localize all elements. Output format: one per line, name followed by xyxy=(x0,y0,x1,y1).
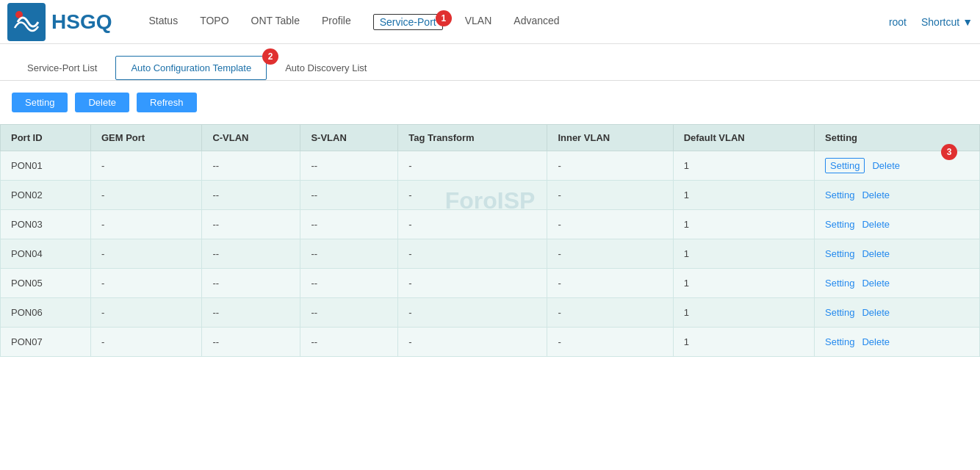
col-tag-transform: Tag Transform xyxy=(398,125,547,151)
toolbar: Setting Delete Refresh xyxy=(0,81,980,124)
cell-port-id: PON01 xyxy=(1,151,91,181)
cell-inner-vlan: - xyxy=(547,328,673,357)
nav-status[interactable]: Status xyxy=(148,15,178,29)
cell-port-id: PON07 xyxy=(1,328,91,357)
cell-c-vlan: -- xyxy=(202,269,300,298)
tab-auto-config-container: Auto Configuration Template 2 xyxy=(115,56,270,80)
nav-ont-table[interactable]: ONT Table xyxy=(251,15,300,29)
cell-tag-transform: - xyxy=(398,181,547,210)
cell-port-id: PON04 xyxy=(1,239,91,269)
cell-inner-vlan: - xyxy=(547,298,673,328)
main-table-container: Port ID GEM Port C-VLAN S-VLAN Tag Trans… xyxy=(0,124,980,357)
cell-default-vlan: 1 xyxy=(673,210,814,239)
cell-tag-transform: - xyxy=(398,298,547,328)
row-delete-link[interactable]: Delete xyxy=(862,336,890,347)
row-delete-link[interactable]: Delete xyxy=(862,219,890,230)
cell-gem-port: - xyxy=(90,298,201,328)
cell-gem-port: - xyxy=(90,269,201,298)
row-setting-link[interactable]: Setting xyxy=(825,219,854,230)
table-row: PON06-------1SettingDelete xyxy=(1,298,980,328)
nav-profile[interactable]: Profile xyxy=(322,15,351,29)
logo: HSGQ xyxy=(7,3,112,41)
cell-port-id: PON03 xyxy=(1,210,91,239)
cell-s-vlan: -- xyxy=(300,298,398,328)
logo-icon xyxy=(7,3,46,41)
cell-c-vlan: -- xyxy=(202,298,300,328)
tab-auto-discovery-list[interactable]: Auto Discovery List xyxy=(270,56,382,80)
header: HSGQ Status TOPO ONT Table Profile Servi… xyxy=(0,0,980,44)
main-nav: Status TOPO ONT Table Profile Service-Po… xyxy=(148,15,888,29)
cell-c-vlan: -- xyxy=(202,181,300,210)
cell-default-vlan: 1 xyxy=(673,298,814,328)
shortcut-label: Shortcut xyxy=(921,16,959,28)
cell-gem-port: - xyxy=(90,181,201,210)
row-delete-link[interactable]: Delete xyxy=(872,160,900,171)
tab-service-port-list[interactable]: Service-Port List xyxy=(12,56,112,80)
table-row: PON04-------1SettingDelete xyxy=(1,239,980,269)
row-setting-link[interactable]: Setting xyxy=(825,189,854,200)
nav-advanced[interactable]: Advanced xyxy=(514,15,559,29)
row-delete-link[interactable]: Delete xyxy=(862,248,890,259)
col-inner-vlan: Inner VLAN xyxy=(547,125,673,151)
nav-topo[interactable]: TOPO xyxy=(200,15,228,29)
chevron-down-icon: ▼ xyxy=(962,16,973,28)
nav-user[interactable]: root xyxy=(889,16,907,28)
setting-button[interactable]: Setting xyxy=(12,93,68,112)
row-setting-link[interactable]: Setting xyxy=(825,248,854,259)
cell-inner-vlan: - xyxy=(547,181,673,210)
table-row: PON05-------1SettingDelete xyxy=(1,269,980,298)
cell-actions: SettingDelete xyxy=(815,269,980,298)
nav-vlan[interactable]: VLAN xyxy=(465,15,492,29)
refresh-button[interactable]: Refresh xyxy=(137,93,197,112)
cell-actions: SettingDelete3 xyxy=(815,151,980,181)
cell-gem-port: - xyxy=(90,328,201,357)
cell-c-vlan: -- xyxy=(202,239,300,269)
row-delete-link[interactable]: Delete xyxy=(862,307,890,318)
row-setting-link[interactable]: Setting xyxy=(825,336,854,347)
cell-default-vlan: 1 xyxy=(673,239,814,269)
table-row: PON01-------1SettingDelete3 xyxy=(1,151,980,181)
row-delete-link[interactable]: Delete xyxy=(862,278,890,289)
table-row: PON03-------1SettingDelete xyxy=(1,210,980,239)
cell-s-vlan: -- xyxy=(300,328,398,357)
cell-actions: SettingDelete xyxy=(815,298,980,328)
table-row: PON07-------1SettingDelete xyxy=(1,328,980,357)
col-s-vlan: S-VLAN xyxy=(300,125,398,151)
cell-actions: SettingDelete xyxy=(815,328,980,357)
cell-c-vlan: -- xyxy=(202,210,300,239)
cell-tag-transform: - xyxy=(398,151,547,181)
cell-default-vlan: 1 xyxy=(673,151,814,181)
col-c-vlan: C-VLAN xyxy=(202,125,300,151)
cell-tag-transform: - xyxy=(398,328,547,357)
cell-gem-port: - xyxy=(90,239,201,269)
cell-s-vlan: -- xyxy=(300,181,398,210)
row-setting-link[interactable]: Setting xyxy=(825,278,854,289)
delete-button[interactable]: Delete xyxy=(75,93,129,112)
row-setting-link[interactable]: Setting xyxy=(825,307,854,318)
cell-s-vlan: -- xyxy=(300,151,398,181)
row-setting-link[interactable]: Setting xyxy=(825,158,865,173)
cell-c-vlan: -- xyxy=(202,328,300,357)
badge-3: 3 xyxy=(941,144,957,160)
nav-service-port-container: Service-Port 1 xyxy=(373,16,443,28)
cell-port-id: PON02 xyxy=(1,181,91,210)
table-row: PON02-------1SettingDelete xyxy=(1,181,980,210)
nav-shortcut[interactable]: Shortcut ▼ xyxy=(921,16,973,28)
table-header-row: Port ID GEM Port C-VLAN S-VLAN Tag Trans… xyxy=(1,125,980,151)
row-delete-link[interactable]: Delete xyxy=(862,189,890,200)
cell-actions: SettingDelete xyxy=(815,181,980,210)
cell-s-vlan: -- xyxy=(300,210,398,239)
cell-tag-transform: - xyxy=(398,210,547,239)
cell-default-vlan: 1 xyxy=(673,269,814,298)
nav-service-port[interactable]: Service-Port xyxy=(373,14,443,30)
cell-gem-port: - xyxy=(90,151,201,181)
tab-auto-config-template[interactable]: Auto Configuration Template xyxy=(115,56,267,80)
cell-s-vlan: -- xyxy=(300,269,398,298)
cell-inner-vlan: - xyxy=(547,151,673,181)
cell-inner-vlan: - xyxy=(547,269,673,298)
cell-tag-transform: - xyxy=(398,269,547,298)
main-content: ForoISP Service-Port List Auto Configura… xyxy=(0,44,980,357)
cell-actions: SettingDelete xyxy=(815,239,980,269)
cell-actions: SettingDelete xyxy=(815,210,980,239)
col-gem-port: GEM Port xyxy=(90,125,201,151)
